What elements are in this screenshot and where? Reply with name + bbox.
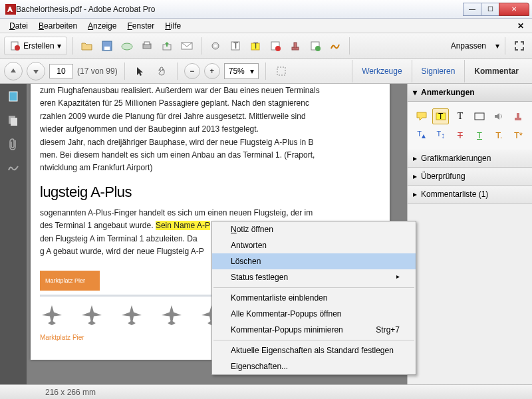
menu-close-doc[interactable]: ✕ xyxy=(513,21,528,31)
context-menu: Notiz öffnen Antworten Löschen Status fe… xyxy=(211,221,416,375)
menu-edit[interactable]: Bearbeiten xyxy=(33,20,82,32)
thumbnails-button[interactable] xyxy=(5,88,22,105)
replace-text-tool[interactable]: T↕ xyxy=(432,127,449,143)
stamp-button[interactable] xyxy=(287,37,304,55)
expand-icon: ▸ xyxy=(413,154,417,163)
airplane-icon xyxy=(160,303,184,327)
close-button[interactable]: ✕ xyxy=(499,3,529,16)
highlight-button[interactable]: T xyxy=(247,37,264,55)
svg-rect-7 xyxy=(144,42,150,45)
print-button[interactable] xyxy=(138,37,156,55)
body-text: rzahlen 2009 wurde die Planung für drei … xyxy=(40,111,380,122)
dropdown-icon: ▾ xyxy=(495,41,499,51)
sign-button[interactable] xyxy=(327,37,344,55)
underline-tool[interactable]: T xyxy=(471,127,487,143)
ctx-open-note[interactable]: Notiz öffnen xyxy=(212,221,416,237)
create-label: Erstellen xyxy=(23,41,55,51)
body-text: diesem Jahr, nach dreijähriger Bauphase,… xyxy=(40,137,380,148)
signatures-nav-button[interactable] xyxy=(5,160,22,177)
audio-tool[interactable] xyxy=(491,108,507,124)
page-down-button[interactable] xyxy=(27,62,45,80)
gear-button[interactable] xyxy=(207,37,224,55)
expand-icon: ▸ xyxy=(413,172,417,181)
strikethrough-tool[interactable]: T xyxy=(452,127,468,143)
graphics-head[interactable]: ▸Grafikmarkierungen xyxy=(408,150,532,168)
ctx-set-default[interactable]: Aktuelle Eigenschaften als Standard fest… xyxy=(212,342,416,358)
fullscreen-icon xyxy=(514,41,525,51)
maximize-button[interactable]: ☐ xyxy=(481,3,499,16)
email-button[interactable] xyxy=(178,37,196,55)
svg-point-17 xyxy=(275,46,281,51)
highlight-tool[interactable]: T xyxy=(432,108,449,124)
zoom-select[interactable]: 75%▾ xyxy=(224,63,259,79)
zoom-out-button[interactable]: − xyxy=(184,63,200,79)
textbox-icon xyxy=(474,112,485,120)
comment-panel: ▾Anmerkungen T T T▴ T↕ T T T. T* ▸Grafik… xyxy=(407,84,532,399)
edit-icon: T xyxy=(230,41,241,51)
svg-rect-22 xyxy=(277,67,285,75)
highlight-annotation[interactable]: Sein Name A-P xyxy=(156,221,210,230)
body-text: ntwicklung am Frankfurt Airport) xyxy=(40,162,380,174)
insert-text-tool[interactable]: T▴ xyxy=(413,127,430,143)
stamp-tool[interactable] xyxy=(510,108,527,124)
tools-pane-button[interactable]: Werkzeuge xyxy=(352,60,411,82)
signature-icon xyxy=(330,41,340,51)
ctx-properties[interactable]: Eigenschaften... xyxy=(212,358,416,374)
cloud-button[interactable] xyxy=(118,37,136,55)
minimize-button[interactable]: — xyxy=(463,3,481,16)
text-tool[interactable]: T xyxy=(452,108,468,124)
ctx-delete[interactable]: Löschen xyxy=(212,253,416,269)
review-head[interactable]: ▸Überprüfung xyxy=(408,168,532,186)
customize-button[interactable]: Anpassen xyxy=(444,39,493,53)
sticky-note-tool[interactable] xyxy=(413,108,430,124)
menu-view[interactable]: Anzeige xyxy=(82,20,122,32)
menu-file[interactable]: Datei xyxy=(4,20,33,32)
text-correction-tool[interactable]: T* xyxy=(510,127,527,143)
save-button[interactable] xyxy=(98,37,116,55)
body-text: eren Kapazitäten für 25 Millionen Passag… xyxy=(40,98,380,109)
create-button[interactable]: Erstellen ▾ xyxy=(4,37,67,55)
marquee-zoom-button[interactable] xyxy=(273,63,290,80)
menu-help[interactable]: Hilfe xyxy=(160,20,186,32)
airplane-icon xyxy=(120,303,144,327)
ctx-open-all-popups[interactable]: Alle Kommentar-Popups öffnen xyxy=(212,306,416,322)
share-button[interactable] xyxy=(158,37,176,55)
ctx-set-status[interactable]: Status festlegen xyxy=(212,269,416,285)
menu-window[interactable]: Fenster xyxy=(122,20,160,32)
add-note-tool[interactable]: T. xyxy=(491,127,507,143)
sign-pane-button[interactable]: Signieren xyxy=(412,60,465,82)
zoom-in-button[interactable]: + xyxy=(204,63,220,79)
edit-text-button[interactable]: T xyxy=(227,37,244,55)
svg-text:T: T xyxy=(233,41,239,51)
svg-rect-28 xyxy=(475,113,484,120)
comment-pane-button[interactable]: Kommentar xyxy=(464,60,528,82)
attach-button[interactable] xyxy=(307,37,324,55)
page-number-input[interactable] xyxy=(49,64,73,78)
annotations-head[interactable]: ▾Anmerkungen xyxy=(408,84,532,102)
open-button[interactable] xyxy=(78,37,96,55)
bookmarks-button[interactable] xyxy=(5,112,22,129)
select-tool[interactable] xyxy=(132,63,149,80)
page-up-button[interactable] xyxy=(4,62,23,80)
delete-comment-button[interactable] xyxy=(267,37,284,55)
stamp-icon xyxy=(290,41,301,51)
hand-tool[interactable] xyxy=(153,63,170,80)
app-icon xyxy=(5,4,16,15)
collapse-icon: ▾ xyxy=(413,88,417,97)
svg-rect-25 xyxy=(11,118,17,126)
svg-rect-23 xyxy=(9,92,17,101)
attachments-button[interactable] xyxy=(5,136,22,153)
page-total-label: (17 von 99) xyxy=(77,66,118,76)
ctx-show-list[interactable]: Kommentarliste einblenden xyxy=(212,290,416,306)
comment-list-head[interactable]: ▸Kommentarliste (1) xyxy=(408,186,532,203)
hand-icon xyxy=(156,66,167,76)
page-dimensions: 216 x 266 mm xyxy=(45,388,96,397)
print-icon xyxy=(142,41,152,51)
save-icon xyxy=(102,41,112,51)
svg-text:T: T xyxy=(438,112,444,121)
speaker-icon xyxy=(494,112,503,121)
text-box-tool[interactable] xyxy=(471,108,487,124)
fullscreen-button[interactable] xyxy=(511,37,528,55)
ctx-reply[interactable]: Antworten xyxy=(212,237,416,253)
ctx-minimize-popups[interactable]: Kommentar-Popups minimierenStrg+7 xyxy=(212,322,416,338)
